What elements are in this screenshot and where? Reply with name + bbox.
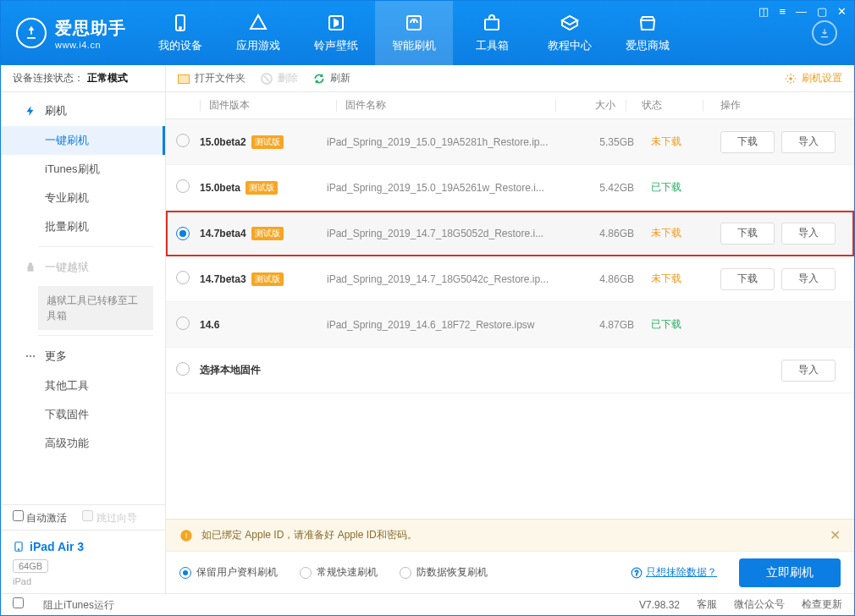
nav-label: 我的设备 (158, 38, 202, 53)
skip-guide-checkbox[interactable]: 跳过向导 (82, 510, 136, 525)
delete-button[interactable]: 删除 (261, 71, 298, 85)
warning-close-icon[interactable]: ✕ (830, 527, 841, 543)
row-size: 4.86GB (583, 273, 644, 285)
row-version: 15.0beta2测试版 (200, 135, 327, 149)
warning-bar: ! 如已绑定 Apple ID，请准备好 Apple ID和密码。 ✕ (166, 519, 854, 551)
row-ops: 下载导入 (712, 223, 854, 245)
nav-label: 铃声壁纸 (314, 38, 358, 53)
row-radio[interactable] (176, 362, 190, 376)
svg-point-1 (179, 27, 181, 29)
svg-text:!: ! (185, 531, 188, 540)
sidebar-heading-more[interactable]: 更多 (1, 341, 165, 371)
nav-label: 教程中心 (548, 38, 592, 53)
download-indicator-icon[interactable] (812, 20, 837, 46)
row-radio[interactable] (176, 227, 190, 240)
flash-settings-button[interactable]: 刷机设置 (785, 71, 842, 85)
nav-flash[interactable]: 智能刷机 (375, 1, 453, 65)
row-size: 4.87GB (583, 319, 644, 331)
table-header: 固件版本 固件名称 大小 状态 操作 (166, 92, 854, 119)
firmware-row[interactable]: 14.7beta3测试版iPad_Spring_2019_14.7_18G504… (166, 256, 854, 302)
firmware-row[interactable]: 14.6iPad_Spring_2019_14.6_18F72_Restore.… (166, 302, 854, 348)
auto-activate-checkbox[interactable]: 自动激活 (13, 510, 67, 525)
sidebar-item-download-fw[interactable]: 下载固件 (1, 400, 165, 429)
svg-text:?: ? (635, 569, 639, 576)
erase-data-link[interactable]: ?只想抹除数据？ (631, 565, 717, 580)
row-version: 14.7beta3测试版 (200, 272, 327, 286)
row-name: iPad_Spring_2019_15.0_19A5261w_Restore.i… (327, 182, 583, 194)
warning-text: 如已绑定 Apple ID，请准备好 Apple ID和密码。 (201, 528, 417, 542)
wechat-link[interactable]: 微信公众号 (734, 597, 785, 612)
import-button[interactable]: 导入 (781, 223, 836, 245)
local-firmware-row[interactable]: 选择本地固件导入 (166, 348, 854, 393)
firmware-rows: 15.0beta2测试版iPad_Spring_2019_15.0_19A528… (166, 119, 854, 519)
opt-regular[interactable]: 常规快速刷机 (300, 565, 378, 580)
sidebar: 设备连接状态： 正常模式 刷机 一键刷机 iTunes刷机 专业刷机 批量刷机 … (1, 65, 166, 593)
import-button[interactable]: 导入 (781, 268, 836, 290)
col-version: 固件版本 (209, 98, 336, 113)
window-controls: ◫ ≡ — ▢ ✕ (758, 5, 847, 18)
device-name[interactable]: iPad Air 3 (13, 539, 153, 554)
connection-status: 设备连接状态： 正常模式 (1, 65, 165, 92)
col-size: 大小 (565, 98, 626, 113)
update-link[interactable]: 检查更新 (802, 597, 842, 612)
row-status: 未下载 (644, 272, 712, 286)
main: 设备连接状态： 正常模式 刷机 一键刷机 iTunes刷机 专业刷机 批量刷机 … (1, 65, 854, 593)
firmware-row[interactable]: 14.7beta4测试版iPad_Spring_2019_14.7_18G505… (166, 211, 854, 256)
service-link[interactable]: 客服 (697, 597, 717, 612)
col-name: 固件名称 (345, 98, 555, 113)
sidebar-item-pro[interactable]: 专业刷机 (1, 184, 165, 212)
svg-rect-4 (485, 19, 499, 30)
sidebar-item-advanced[interactable]: 高级功能 (1, 429, 165, 458)
skin-icon[interactable]: ◫ (758, 5, 769, 18)
row-ops: 下载导入 (712, 268, 854, 290)
maximize-icon[interactable]: ▢ (817, 5, 827, 18)
row-size: 5.42GB (583, 182, 644, 194)
sidebar-heading-flash[interactable]: 刷机 (1, 96, 165, 126)
refresh-button[interactable]: 刷新 (313, 71, 350, 85)
sidebar-item-other[interactable]: 其他工具 (1, 371, 165, 400)
logo-icon (16, 18, 47, 48)
download-button[interactable]: 下载 (720, 268, 775, 290)
svg-point-6 (30, 355, 31, 357)
download-button[interactable]: 下载 (720, 131, 775, 153)
nav-label: 爱思商城 (626, 38, 670, 53)
close-icon[interactable]: ✕ (837, 5, 847, 18)
minimize-icon[interactable]: — (796, 5, 807, 18)
opt-recover[interactable]: 防数据恢复刷机 (400, 565, 488, 580)
open-folder-button[interactable]: 打开文件夹 (178, 71, 245, 85)
import-button[interactable]: 导入 (781, 360, 836, 382)
row-radio[interactable] (176, 316, 190, 330)
nav-tutorials[interactable]: 教程中心 (531, 1, 609, 65)
row-radio[interactable] (176, 134, 190, 147)
row-radio[interactable] (176, 179, 190, 193)
nav-store[interactable]: 爱思商城 (609, 1, 687, 65)
row-name: iPad_Spring_2019_14.7_18G5052d_Restore.i… (327, 228, 583, 239)
menu-icon[interactable]: ≡ (779, 5, 786, 18)
flash-now-button[interactable]: 立即刷机 (739, 558, 841, 587)
header: 爱思助手 www.i4.cn 我的设备 应用游戏 铃声壁纸 智能刷机 工具箱 教… (1, 1, 854, 65)
block-itunes-checkbox[interactable]: 阻止iTunes运行 (13, 597, 114, 613)
import-button[interactable]: 导入 (781, 131, 836, 153)
firmware-row[interactable]: 15.0beta2测试版iPad_Spring_2019_15.0_19A528… (166, 119, 854, 165)
sidebar-item-oneclick[interactable]: 一键刷机 (1, 126, 165, 155)
nav-toolbox[interactable]: 工具箱 (453, 1, 531, 65)
row-radio[interactable] (176, 271, 190, 284)
firmware-row[interactable]: 15.0beta测试版iPad_Spring_2019_15.0_19A5261… (166, 165, 854, 211)
row-size: 4.86GB (583, 228, 644, 239)
device-capacity: 64GB (13, 559, 48, 573)
sidebar-heading-label: 一键越狱 (45, 260, 89, 275)
sidebar-item-itunes[interactable]: iTunes刷机 (1, 155, 165, 184)
opt-keep-data[interactable]: 保留用户资料刷机 (179, 565, 278, 580)
sidebar-item-batch[interactable]: 批量刷机 (1, 212, 165, 241)
svg-line-13 (264, 76, 269, 81)
download-button[interactable]: 下载 (720, 223, 775, 245)
nav-apps[interactable]: 应用游戏 (219, 1, 297, 65)
logo: 爱思助手 www.i4.cn (1, 1, 141, 65)
nav-ringtones[interactable]: 铃声壁纸 (297, 1, 375, 65)
nav-my-device[interactable]: 我的设备 (141, 1, 219, 65)
row-status: 未下载 (644, 226, 712, 240)
toolbar: 打开文件夹 删除 刷新 刷机设置 (166, 65, 854, 92)
sidebar-heading-label: 更多 (45, 349, 67, 364)
row-version: 14.6 (200, 319, 327, 331)
row-status: 已下载 (644, 317, 712, 332)
